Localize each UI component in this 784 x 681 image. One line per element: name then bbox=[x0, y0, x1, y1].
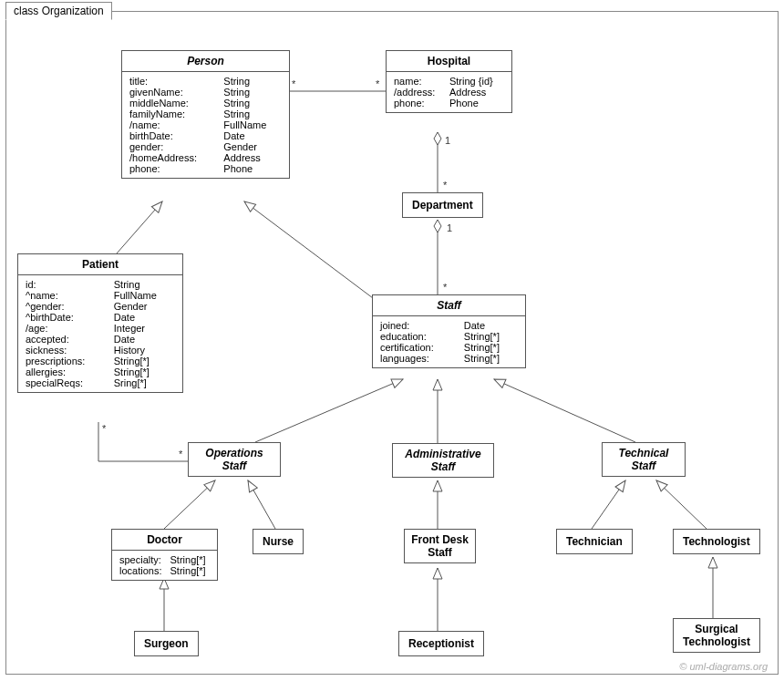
class-person: Person title:StringgivenName:Stringmiddl… bbox=[121, 50, 290, 179]
class-department: Department bbox=[402, 192, 483, 218]
class-doctor: Doctor specialty:String[*]locations:Stri… bbox=[111, 529, 218, 581]
class-surgeon: Surgeon bbox=[134, 631, 199, 656]
class-staff: Staff joined:Dateeducation:String[*]cert… bbox=[372, 294, 526, 368]
class-hospital-title: Hospital bbox=[387, 51, 511, 72]
diagram-frame: class Organization bbox=[0, 0, 784, 681]
mult-hosp-dept-s: * bbox=[443, 180, 447, 191]
class-patient-title: Patient bbox=[18, 254, 182, 275]
class-ops-staff: OperationsStaff bbox=[188, 442, 281, 477]
class-doctor-title: Doctor bbox=[112, 530, 217, 551]
class-admin-staff: AdministrativeStaff bbox=[392, 443, 494, 478]
frame-title: class Organization bbox=[5, 2, 112, 20]
mult-patient-ops-r: * bbox=[179, 449, 182, 459]
class-staff-title: Staff bbox=[373, 295, 525, 316]
class-tech-staff-title: TechnicalStaff bbox=[603, 443, 685, 476]
class-hospital-body: name:String {id}/address:Addressphone:Ph… bbox=[387, 72, 511, 112]
class-person-body: title:StringgivenName:StringmiddleName:S… bbox=[122, 72, 289, 178]
watermark: © uml-diagrams.org bbox=[679, 661, 768, 672]
class-technologist: Technologist bbox=[673, 529, 760, 554]
mult-person-hosp-r: * bbox=[376, 78, 379, 89]
mult-hosp-dept-1: 1 bbox=[445, 135, 450, 146]
class-admin-staff-title: AdministrativeStaff bbox=[393, 444, 493, 477]
class-hospital: Hospital name:String {id}/address:Addres… bbox=[386, 50, 512, 113]
class-ops-staff-title: OperationsStaff bbox=[189, 443, 280, 476]
mult-patient-ops-l: * bbox=[102, 423, 106, 434]
class-patient-body: id:String^name:FullName^gender:Gender^bi… bbox=[18, 275, 182, 392]
mult-person-hosp-l: * bbox=[292, 78, 295, 89]
class-technician: Technician bbox=[556, 529, 633, 554]
class-surgtech: SurgicalTechnologist bbox=[673, 618, 760, 653]
class-frontdesk-title: Front DeskStaff bbox=[405, 530, 475, 562]
class-doctor-body: specialty:String[*]locations:String[*] bbox=[112, 551, 217, 580]
mult-dept-staff-1: 1 bbox=[447, 222, 452, 233]
class-frontdesk: Front DeskStaff bbox=[404, 529, 476, 563]
class-receptionist: Receptionist bbox=[398, 631, 484, 656]
class-patient: Patient id:String^name:FullName^gender:G… bbox=[17, 253, 183, 393]
mult-dept-staff-s: * bbox=[443, 282, 447, 293]
class-staff-body: joined:Dateeducation:String[*]certificat… bbox=[373, 316, 525, 367]
class-nurse: Nurse bbox=[253, 529, 304, 554]
class-person-title: Person bbox=[122, 51, 289, 72]
class-tech-staff: TechnicalStaff bbox=[602, 442, 686, 477]
class-surgtech-title: SurgicalTechnologist bbox=[674, 619, 759, 652]
